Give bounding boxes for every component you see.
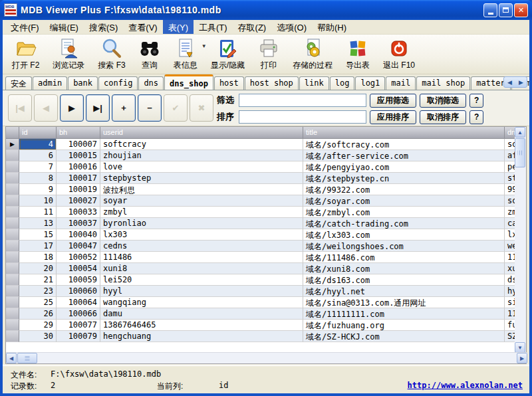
cell-id[interactable]: 21 (19, 274, 57, 286)
table-row[interactable]: 9100019波拉利思域名/99322.com993 (6, 184, 515, 195)
cell-title[interactable]: 域名/stepbystep.cn (303, 173, 505, 184)
table-row[interactable]: 15100040lx303域名/lx303.comlx3 (6, 229, 515, 241)
cell-dns[interactable]: fuz (505, 320, 515, 331)
cell-id[interactable]: 4 (19, 139, 57, 150)
cell-dns[interactable]: 111 (505, 252, 515, 263)
row-selector-cell[interactable] (6, 320, 19, 331)
sort-help-button[interactable]: ? (469, 110, 483, 124)
cell-id[interactable]: 10 (19, 195, 57, 207)
cell-dns[interactable]: pen (505, 161, 515, 173)
table-row[interactable]: 8100017stepbystep域名/stepbystep.cnste (6, 173, 515, 184)
cell-bh[interactable]: 100077 (57, 320, 100, 331)
cell-dns[interactable]: 993 (505, 184, 515, 195)
maximize-button[interactable] (499, 3, 513, 17)
row-selector-cell[interactable] (6, 207, 19, 218)
row-selector-cell[interactable] (6, 150, 19, 161)
cell-id[interactable]: 26 (19, 308, 57, 320)
cell-title[interactable]: 域名/weilongshoes.com (303, 241, 505, 252)
tab-link[interactable]: link (299, 76, 329, 90)
cell-bh[interactable]: 100033 (57, 207, 100, 218)
table-row[interactable]: 23100060hyyl域名/hyyl.nethyy (6, 286, 515, 297)
cell-title[interactable]: 域名/lx303.com (303, 229, 505, 241)
tab-config[interactable]: config (98, 76, 138, 90)
cell-id[interactable]: 8 (19, 173, 57, 184)
row-selector-cell[interactable] (6, 161, 19, 173)
cell-id[interactable]: 20 (19, 263, 57, 274)
horizontal-scroll-thumb[interactable] (17, 353, 37, 363)
table-row[interactable]: 25100064wangqiang域名/sina@0313.com.通用网址si… (6, 297, 515, 308)
cancel-sort-button[interactable]: 取消排序 (420, 110, 466, 124)
cell-id[interactable]: 13 (19, 218, 57, 229)
cell-id[interactable]: 30 (19, 331, 57, 342)
cell-dns[interactable]: ds1 (505, 274, 515, 286)
nav-post-button[interactable]: ✔ (164, 94, 188, 122)
row-selector-cell[interactable] (6, 195, 19, 207)
row-selector-cell[interactable] (6, 218, 19, 229)
cell-title[interactable]: 域名/99322.com (303, 184, 505, 195)
cell-id[interactable]: 15 (19, 229, 57, 241)
toolbar-button-stored-procedure[interactable]: 存储的过程 (287, 37, 338, 72)
cell-dns[interactable]: ste (505, 173, 515, 184)
cell-id[interactable]: 18 (19, 252, 57, 263)
row-selector-cell[interactable] (6, 286, 19, 297)
row-selector-cell[interactable] (6, 184, 19, 195)
cell-id[interactable]: 7 (19, 161, 57, 173)
minimize-button[interactable] (483, 3, 497, 17)
tab-dns[interactable]: dns (138, 76, 164, 90)
table-row[interactable]: 20100054xuni8域名/xuni8.comxun (6, 263, 515, 274)
cell-dns[interactable]: zmb (505, 207, 515, 218)
cell-userid[interactable]: 波拉利思 (100, 184, 303, 195)
cell-bh[interactable]: 100015 (57, 150, 100, 161)
nav-prior-button[interactable]: ◀ (34, 94, 58, 122)
cell-bh[interactable]: 100040 (57, 229, 100, 241)
tab-scroll-buttons[interactable]: ◀ ▶ (503, 76, 527, 88)
cell-id[interactable]: 23 (19, 286, 57, 297)
cell-title[interactable]: 域名/fuzhuang.org (303, 320, 505, 331)
cell-title[interactable]: 域名/zmbyl.com (303, 207, 505, 218)
cell-title[interactable]: 域名/ds163.com (303, 274, 505, 286)
table-row[interactable]: 18100052111486域名/111486.com111 (6, 252, 515, 263)
row-selector-cell[interactable] (6, 274, 19, 286)
cell-bh[interactable]: 100047 (57, 241, 100, 252)
tab-admin[interactable]: admin (33, 76, 67, 90)
menu-item-6[interactable]: 存取(Z) (233, 20, 272, 34)
cell-bh[interactable]: 100037 (57, 218, 100, 229)
menu-item-3[interactable]: 查看(V) (123, 20, 162, 34)
cell-userid[interactable]: lx303 (100, 229, 303, 241)
cell-title[interactable]: 域名/softcracy.com (303, 139, 505, 150)
table-row[interactable]: 7100016love域名/pengyiyao.compen (6, 161, 515, 173)
table-row[interactable]: 2910007713867646465域名/fuzhuang.orgfuz (6, 320, 515, 331)
cell-userid[interactable]: hengchuang (100, 331, 303, 342)
cell-title[interactable]: 域名/xuni8.com (303, 263, 505, 274)
cancel-filter-button[interactable]: 取消筛选 (420, 94, 466, 108)
toolbar-button-open-folder[interactable]: 打开 F2 (7, 37, 45, 72)
cell-userid[interactable]: zhoujian (100, 150, 303, 161)
cell-id[interactable]: 11 (19, 207, 57, 218)
cell-title[interactable]: 域名/soyar.com (303, 195, 505, 207)
tab-bank[interactable]: bank (68, 76, 98, 90)
cell-title[interactable]: 域名/SZ-HCKJ.com (303, 331, 505, 342)
tab-scroll-right-icon[interactable]: ▶ (519, 79, 523, 86)
cell-userid[interactable]: love (100, 161, 303, 173)
cell-title[interactable]: 域名/111486.com (303, 252, 505, 263)
cell-bh[interactable]: 100007 (57, 139, 100, 150)
vertical-scrollbar[interactable]: ▲ ▼ (515, 127, 526, 353)
tab-log[interactable]: log (330, 76, 355, 90)
nav-first-button[interactable]: |◀ (8, 94, 32, 122)
scroll-right-button[interactable]: ▶ (517, 353, 527, 363)
table-row[interactable]: 26100066damu域名/11111111.com111 (6, 308, 515, 320)
menu-item-0[interactable]: 文件(F) (5, 20, 45, 34)
cell-bh[interactable]: 100052 (57, 252, 100, 263)
grid-header-id[interactable]: id (19, 127, 57, 139)
cell-title[interactable]: 域名/catch-trading.com (303, 218, 505, 229)
cell-userid[interactable]: 111486 (100, 252, 303, 263)
tab-scroll-left-icon[interactable]: ◀ (507, 79, 512, 86)
nav-insert-button[interactable]: + (112, 94, 136, 122)
cell-userid[interactable]: byronliao (100, 218, 303, 229)
toolbar-button-table-info[interactable]: 表信息▼ (168, 37, 203, 72)
cell-dns[interactable]: aft (505, 150, 515, 161)
row-selector-cell[interactable] (6, 229, 19, 241)
cell-dns[interactable]: 111 (505, 308, 515, 320)
grid-header-userid[interactable]: userid (100, 127, 303, 139)
cell-dns[interactable]: soy (505, 195, 515, 207)
